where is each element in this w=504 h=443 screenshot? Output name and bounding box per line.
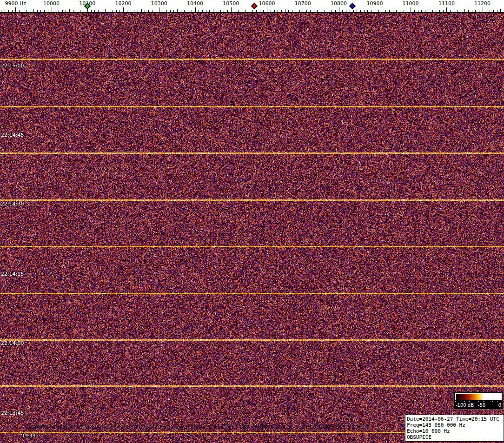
- ruler-tick: [1, 10, 1, 12]
- ruler-tick: [461, 10, 461, 12]
- ruler-frequency-label: 10600: [259, 0, 275, 7]
- ruler-tick: [382, 10, 382, 12]
- frequency-ruler[interactable]: 9900 Hz100001010010200103001040010500106…: [0, 0, 504, 13]
- ruler-tick: [400, 10, 400, 12]
- ruler-tick: [317, 10, 318, 12]
- ruler-tick: [116, 10, 117, 12]
- ruler-tick: [472, 10, 472, 12]
- ruler-tick: [134, 10, 134, 12]
- ruler-tick: [231, 7, 232, 12]
- ruler-tick: [285, 9, 285, 12]
- ruler-tick: [173, 10, 174, 12]
- ruler-tick: [113, 10, 113, 12]
- ruler-frequency-label: 10700: [295, 0, 311, 7]
- ruler-tick: [292, 10, 292, 12]
- ruler-tick: [483, 7, 483, 12]
- ruler-tick: [497, 10, 497, 12]
- ruler-tick: [454, 10, 454, 12]
- ruler-tick: [263, 10, 264, 12]
- spectrogram-area: 22:15:0022:14:4522:14:3022:14:1522:14:00…: [0, 13, 504, 443]
- ruler-tick: [371, 10, 371, 12]
- ruler-tick: [479, 10, 479, 12]
- ruler-tick: [271, 10, 271, 12]
- info-date-line: Date=2014-06-27 Time=20:15 UTC: [407, 416, 502, 422]
- ruler-tick: [367, 10, 368, 12]
- ruler-tick: [493, 10, 494, 12]
- ruler-frequency-label: 10300: [151, 0, 167, 7]
- ruler-tick: [411, 7, 411, 12]
- ruler-frequency-label: 10400: [187, 0, 203, 7]
- ruler-tick: [69, 9, 70, 12]
- ruler-tick: [105, 9, 106, 12]
- ruler-tick: [102, 10, 102, 12]
- ruler-tick: [267, 7, 267, 12]
- ruler-tick: [156, 10, 156, 12]
- ruler-frequency-label: 10800: [331, 0, 347, 7]
- ruler-tick: [500, 9, 501, 12]
- ruler-tick: [52, 7, 52, 12]
- ruler-tick: [94, 10, 95, 12]
- ruler-tick: [314, 10, 314, 12]
- ruler-frequency-label: 11000: [403, 0, 419, 7]
- ruler-tick: [281, 10, 282, 12]
- time-label: 22:14:15: [1, 271, 24, 277]
- ruler-tick: [350, 10, 350, 12]
- ruler-tick: [375, 7, 375, 12]
- ruler-tick: [418, 10, 418, 12]
- ruler-tick: [353, 10, 354, 12]
- ruler-tick: [181, 10, 181, 12]
- ruler-tick: [224, 10, 224, 12]
- ruler-tick: [475, 10, 476, 12]
- spectrogram-canvas[interactable]: [0, 13, 504, 443]
- ruler-tick: [328, 10, 328, 12]
- time-label: 22:15:00: [1, 63, 24, 69]
- ruler-tick: [299, 10, 300, 12]
- ruler-tick: [15, 7, 16, 12]
- ruler-frequency-label: 9900 Hz: [5, 0, 26, 7]
- blue-frequency-marker[interactable]: [349, 3, 356, 9]
- db-scale-legend: -100 dB -50 0: [454, 392, 503, 410]
- ruler-tick: [274, 10, 275, 12]
- ruler-tick: [256, 10, 257, 12]
- ruler-tick: [288, 10, 289, 12]
- ruler-frequency-label: 10000: [43, 0, 60, 7]
- ruler-tick: [166, 10, 167, 12]
- ruler-tick: [421, 10, 422, 12]
- ruler-tick: [310, 10, 311, 12]
- ruler-tick: [188, 10, 188, 12]
- ruler-tick: [206, 10, 206, 12]
- ruler-tick: [378, 10, 379, 12]
- ruler-tick: [296, 10, 296, 12]
- legend-max-label: 0: [498, 403, 501, 408]
- ruler-tick: [55, 10, 55, 12]
- legend-mid-label: -50: [478, 403, 485, 408]
- ruler-tick: [249, 9, 249, 12]
- ruler-tick: [5, 10, 5, 12]
- detection-info-text: 20140627201339916 hCnt4 nb-68 f10334 hit…: [26, 424, 370, 430]
- ruler-tick: [177, 9, 178, 12]
- ruler-tick: [84, 10, 84, 12]
- ruler-tick: [450, 10, 451, 12]
- ruler-tick: [357, 9, 357, 12]
- ruler-tick: [432, 10, 433, 12]
- ruler-tick: [342, 10, 343, 12]
- ruler-tick: [364, 10, 365, 12]
- ruler-tick: [321, 9, 321, 12]
- ruler-tick: [235, 10, 235, 12]
- ruler-tick: [91, 10, 92, 12]
- ruler-tick: [199, 10, 199, 12]
- ruler-tick: [213, 9, 213, 12]
- ruler-tick: [152, 10, 153, 12]
- ruler-tick: [339, 7, 339, 12]
- ruler-tick: [446, 7, 447, 12]
- info-station-line: OBSUPICE: [407, 434, 502, 440]
- red-frequency-marker[interactable]: [251, 3, 258, 9]
- time-label: 22:14:00: [1, 340, 24, 346]
- colormap-gradient-bar: [455, 393, 502, 400]
- ruler-tick: [131, 10, 131, 12]
- ruler-tick: [458, 10, 458, 12]
- ruler-tick: [393, 9, 393, 12]
- legend-labels: -100 dB -50 0: [455, 402, 502, 408]
- ruler-tick: [490, 10, 490, 12]
- ruler-tick: [23, 10, 23, 12]
